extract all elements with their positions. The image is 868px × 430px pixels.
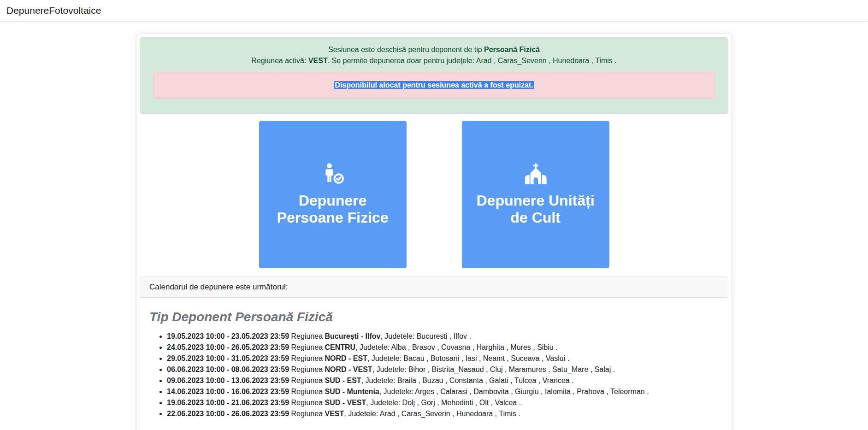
- session-line1-text: Sesiunea este deschisă pentru deponent d…: [328, 46, 484, 53]
- session-alert: Sesiunea este deschisă pentru deponent d…: [140, 37, 728, 114]
- navbar-brand[interactable]: DepunereFotovoltaice: [6, 5, 101, 16]
- calendar-entry: 22.06.2023 10:00 - 26.06.2023 23:59 Regi…: [167, 408, 719, 419]
- active-region-value: VEST: [308, 57, 328, 65]
- calendar-card: Calendarul de depunere este următorul: T…: [140, 277, 728, 430]
- top-navbar: DepunereFotovoltaice: [0, 0, 868, 22]
- availability-message: Disponibilul alocat pentru sesiunea acti…: [334, 81, 534, 89]
- calendar-entry: 19.05.2023 10:00 - 23.05.2023 23:59 Regi…: [167, 331, 719, 342]
- button-label: Depunere Unitățide Cult: [476, 192, 594, 226]
- depunere-unitati-cult-button[interactable]: Depunere Unitățide Cult: [462, 121, 609, 268]
- church-icon: [523, 163, 548, 185]
- actions-row: DepunerePersoane Fizice Depunere Unități…: [140, 121, 728, 268]
- session-alert-line2: Regiunea activă: VEST. Se permite depune…: [153, 55, 715, 66]
- button-label-line1: Depunere: [299, 192, 367, 209]
- allowed-counties-text: . Se permite depunerea doar pentru județ…: [328, 57, 617, 65]
- calendar-entry: 14.06.2023 10:00 - 16.06.2023 23:59 Regi…: [167, 386, 719, 397]
- button-label-line1: Depunere Unități: [476, 192, 594, 209]
- calendar-entry: 09.06.2023 10:00 - 13.06.2023 23:59 Regi…: [167, 375, 719, 386]
- calendar-list-persoana-fizica: 19.05.2023 10:00 - 23.05.2023 23:59 Regi…: [149, 331, 719, 419]
- depunere-persoane-fizice-button[interactable]: DepunerePersoane Fizice: [259, 121, 407, 268]
- calendar-entry: 19.06.2023 10:00 - 21.06.2023 23:59 Regi…: [167, 397, 719, 408]
- button-label: DepunerePersoane Fizice: [277, 192, 389, 226]
- button-label-line2: Persoane Fizice: [277, 209, 389, 226]
- calendar-entry: 06.06.2023 10:00 - 08.06.2023 23:59 Regi…: [167, 364, 719, 375]
- deponent-type: Persoană Fizică: [484, 46, 540, 53]
- availability-alert: Disponibilul alocat pentru sesiunea acti…: [153, 72, 715, 99]
- section-title-persoana-fizica: Tip Deponent Persoană Fizică: [149, 310, 719, 324]
- session-alert-line1: Sesiunea este deschisă pentru deponent d…: [153, 44, 715, 55]
- calendar-card-body: Tip Deponent Persoană Fizică 19.05.2023 …: [140, 298, 728, 430]
- calendar-entry: 29.05.2023 10:00 - 31.05.2023 23:59 Regi…: [167, 353, 719, 364]
- active-region-label: Regiunea activă:: [251, 57, 308, 65]
- calendar-entry: 24.05.2023 10:00 - 26.05.2023 23:59 Regi…: [167, 342, 719, 353]
- calendar-card-header: Calendarul de depunere este următorul:: [140, 277, 728, 298]
- person-check-icon: [321, 163, 345, 185]
- button-label-line2: de Cult: [510, 209, 560, 226]
- main-panel: Sesiunea este deschisă pentru deponent d…: [136, 34, 732, 430]
